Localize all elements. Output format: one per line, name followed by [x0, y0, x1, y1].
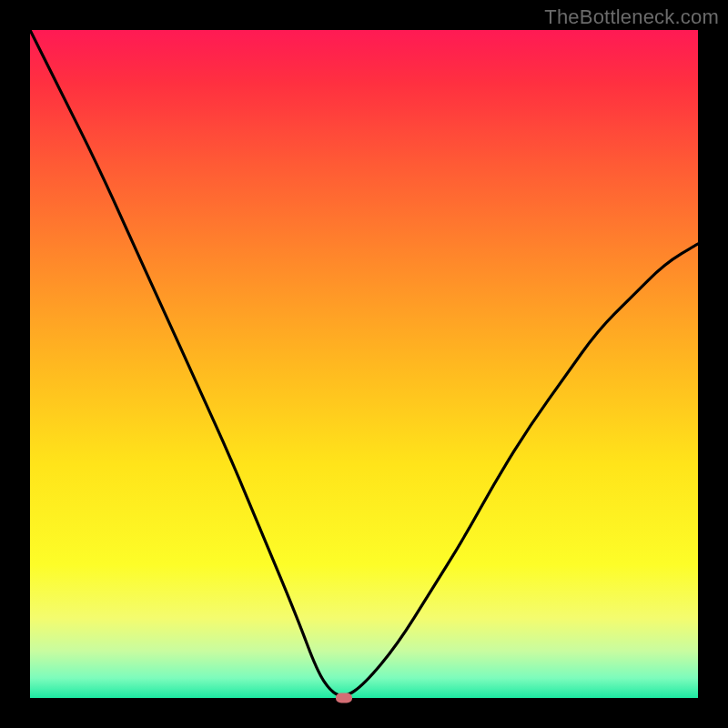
plot-area — [30, 30, 698, 698]
optimum-marker — [336, 693, 352, 703]
bottleneck-curve-path — [30, 30, 698, 696]
watermark-text: TheBottleneck.com — [544, 5, 719, 29]
chart-frame: TheBottleneck.com — [0, 0, 728, 728]
curve-svg — [30, 30, 698, 698]
